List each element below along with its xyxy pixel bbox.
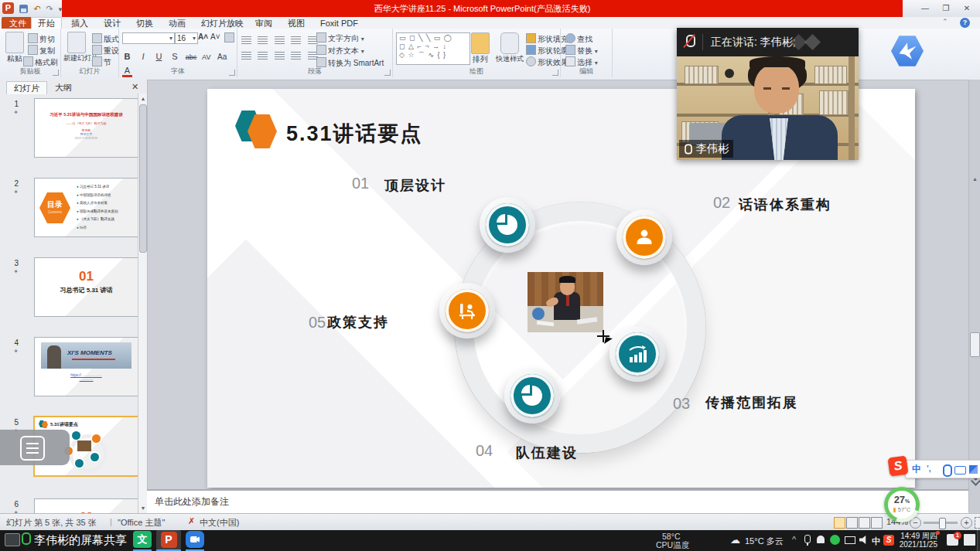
screen-share-label[interactable]: 李伟彬的屏幕共享 bbox=[34, 533, 127, 548]
diagram-node-05[interactable] bbox=[439, 283, 495, 338]
collapse-ribbon-icon[interactable]: ⌃ bbox=[942, 18, 948, 26]
meeting-overlay[interactable]: 正在讲话: 李伟彬; 李 bbox=[677, 28, 859, 160]
slide-thumbnail-1[interactable]: 习近平 5.31讲话与中国国际话语权建设 ——以《伟大飞跃》翻译为例 李伟彬 西… bbox=[34, 98, 138, 158]
tray-expand-chevron[interactable]: ^ bbox=[792, 535, 796, 544]
clipboard-dialog-launcher[interactable] bbox=[53, 70, 59, 76]
ime-indicator[interactable]: 中 bbox=[872, 536, 880, 547]
tab-transitions[interactable]: 切换 bbox=[130, 17, 159, 29]
ime-keyboard-icon[interactable] bbox=[954, 466, 966, 474]
numbering-icon[interactable] bbox=[258, 36, 268, 44]
clock[interactable]: 14:49 周四 2021/11/25 bbox=[899, 532, 937, 549]
weather-cloud-icon[interactable]: ☁ bbox=[730, 534, 740, 546]
meeting-sidebar-toggle[interactable] bbox=[0, 430, 70, 465]
point-01-label[interactable]: 顶层设计 bbox=[384, 176, 446, 195]
help-icon[interactable]: ? bbox=[960, 18, 970, 28]
cut-button[interactable]: 剪切 bbox=[28, 33, 55, 45]
minimize-button[interactable]: — bbox=[915, 2, 935, 14]
strikethrough-button[interactable]: abc bbox=[186, 53, 196, 61]
slide-sorter-view-button[interactable] bbox=[846, 517, 858, 529]
network-icon[interactable] bbox=[845, 536, 855, 544]
reading-view-button[interactable] bbox=[859, 517, 870, 529]
ime-toolbox-icon[interactable] bbox=[969, 465, 978, 474]
underline-button[interactable]: U bbox=[154, 52, 164, 61]
tray-bell-icon[interactable] bbox=[817, 536, 825, 543]
new-slide-button[interactable]: 新建幻灯片 bbox=[63, 32, 90, 63]
slide-scrollbar[interactable]: ▲ bbox=[968, 80, 980, 512]
slide-thumbnail-6[interactable]: 02 bbox=[34, 498, 138, 513]
fit-to-window-button[interactable] bbox=[975, 517, 980, 529]
ime-punctuation-mode[interactable]: ’, bbox=[927, 461, 931, 477]
show-desktop-button[interactable] bbox=[977, 530, 980, 551]
point-04-label[interactable]: 队伍建设 bbox=[516, 444, 578, 462]
tab-design[interactable]: 设计 bbox=[97, 17, 127, 29]
diagram-node-04[interactable] bbox=[504, 368, 560, 423]
point-03-label[interactable]: 传播范围拓展 bbox=[705, 393, 798, 412]
ime-chinese-mode[interactable]: 中 bbox=[912, 461, 921, 477]
slide-title[interactable]: 5.31讲话要点 bbox=[286, 120, 423, 148]
diagram-node-01[interactable] bbox=[480, 197, 535, 253]
scrollbar-thumb[interactable] bbox=[139, 104, 147, 253]
tray-panel-icon[interactable] bbox=[964, 534, 975, 546]
font-size-combobox[interactable]: 16▾ bbox=[175, 32, 198, 44]
slide-thumbnail-4[interactable]: XI'S MOMENTS https://……………… ………… bbox=[34, 337, 138, 396]
shrink-font-button[interactable]: A˅ bbox=[210, 32, 220, 41]
point-05-number[interactable]: 05 bbox=[309, 314, 326, 332]
undo-icon[interactable] bbox=[31, 2, 43, 15]
point-03-number[interactable]: 03 bbox=[673, 395, 690, 413]
slideshow-view-button[interactable] bbox=[871, 517, 883, 529]
panel-close-icon[interactable]: ✕ bbox=[131, 82, 138, 92]
speaker-video[interactable]: 李伟彬 bbox=[677, 56, 859, 160]
point-04-number[interactable]: 04 bbox=[476, 442, 493, 460]
notes-placeholder[interactable]: 单击此处添加备注 bbox=[155, 495, 968, 508]
screen-share-icon[interactable] bbox=[5, 533, 20, 546]
increase-indent-icon[interactable] bbox=[291, 36, 301, 44]
tray-antivirus-icon[interactable] bbox=[830, 535, 840, 545]
replace-button[interactable]: 替换 ▾ bbox=[565, 45, 598, 56]
align-text-button[interactable]: 对齐文本 ▾ bbox=[316, 45, 364, 56]
tab-slideshow[interactable]: 幻灯片放映 bbox=[195, 17, 250, 29]
diagram-node-03[interactable] bbox=[610, 326, 665, 382]
layout-button[interactable]: 版式 bbox=[92, 33, 119, 45]
zoom-in-button[interactable]: + bbox=[961, 517, 972, 529]
tab-view[interactable]: 视图 bbox=[282, 17, 311, 29]
phonetic-guide-icon[interactable] bbox=[224, 32, 234, 43]
taskbar-meeting-icon[interactable] bbox=[186, 531, 204, 548]
decrease-indent-icon[interactable] bbox=[275, 36, 285, 44]
taskbar-powerpoint-active[interactable]: P bbox=[156, 530, 181, 549]
save-icon[interactable] bbox=[19, 5, 28, 13]
find-button[interactable]: 查找 bbox=[565, 33, 592, 45]
tab-insert[interactable]: 插入 bbox=[65, 17, 94, 29]
tab-foxit-pdf[interactable]: Foxit PDF bbox=[314, 17, 364, 29]
panel-scrollbar[interactable]: ▲ ▼ bbox=[138, 94, 148, 513]
font-dialog-launcher[interactable] bbox=[229, 70, 235, 76]
italic-button[interactable]: I bbox=[138, 52, 148, 61]
align-center-icon[interactable] bbox=[258, 52, 268, 60]
meeting-header[interactable]: 正在讲话: 李伟彬; bbox=[677, 28, 859, 56]
point-05-label[interactable]: 政策支持 bbox=[327, 313, 389, 332]
notes-pane[interactable]: 单击此处添加备注 bbox=[147, 489, 968, 513]
grow-font-button[interactable]: A˄ bbox=[198, 32, 208, 41]
sogou-ime-bar[interactable]: 中 ’, bbox=[905, 460, 980, 478]
bullets-icon[interactable] bbox=[241, 36, 251, 44]
language-indicator[interactable]: 中文(中国) bbox=[200, 517, 239, 529]
close-button[interactable]: ✕ bbox=[957, 2, 977, 14]
cpu-gauge-widget[interactable]: 27% ▮ 57°C bbox=[884, 487, 920, 522]
panel-tab-outline[interactable]: 大纲 bbox=[48, 81, 79, 94]
sogou-logo-icon[interactable]: S bbox=[887, 455, 908, 476]
ime-mic-icon[interactable] bbox=[943, 464, 952, 477]
weather-text[interactable]: 15°C 多云 bbox=[745, 536, 784, 547]
zoom-slider-thumb[interactable] bbox=[939, 518, 946, 529]
scroll-up-icon[interactable]: ▲ bbox=[138, 96, 148, 101]
normal-view-button[interactable] bbox=[834, 517, 845, 529]
quick-styles-button[interactable]: 快速样式 bbox=[493, 32, 526, 64]
speaker-icon[interactable] bbox=[859, 536, 868, 544]
justify-icon[interactable] bbox=[291, 52, 301, 60]
sogou-tray-icon[interactable]: S bbox=[883, 535, 894, 546]
panel-tab-slides[interactable]: 幻灯片 bbox=[6, 81, 47, 94]
point-02-label[interactable]: 话语体系重构 bbox=[739, 196, 831, 214]
align-right-icon[interactable] bbox=[275, 52, 285, 60]
scroll-up-icon[interactable]: ▲ bbox=[969, 176, 980, 182]
scrollbar-thumb[interactable] bbox=[970, 332, 980, 357]
tab-review[interactable]: 审阅 bbox=[249, 17, 278, 29]
align-left-icon[interactable] bbox=[241, 52, 251, 60]
